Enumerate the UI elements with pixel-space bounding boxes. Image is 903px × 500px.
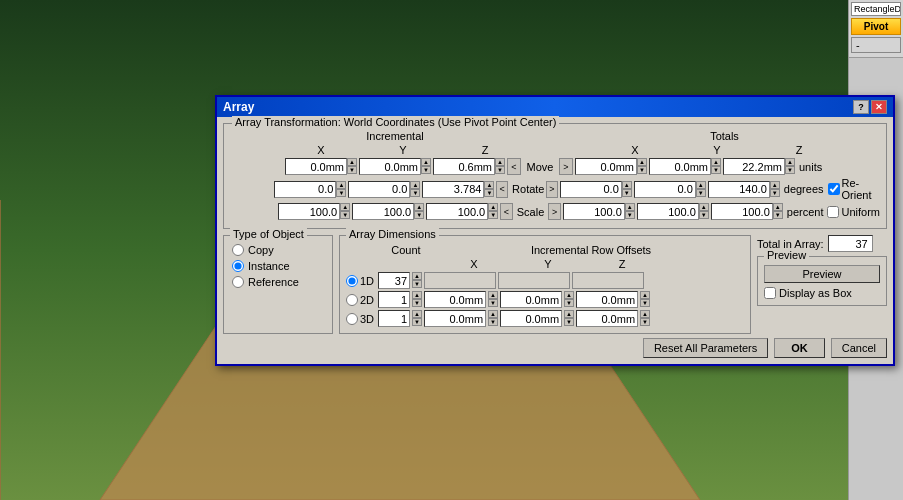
inc-move-z[interactable] (433, 158, 495, 175)
tot-scale-x-down[interactable]: ▼ (625, 211, 635, 219)
tot-rot-z-down[interactable]: ▼ (770, 189, 780, 197)
ok-button[interactable]: OK (774, 338, 825, 358)
tot-rot-y-down[interactable]: ▼ (696, 189, 706, 197)
inc-scale-x[interactable] (278, 203, 340, 220)
3d-x-up[interactable]: ▲ (488, 310, 498, 318)
2d-x-down[interactable]: ▼ (488, 299, 498, 307)
inc-rot-y-down[interactable]: ▼ (410, 189, 420, 197)
3d-count[interactable] (378, 310, 410, 327)
scale-arrow-right[interactable]: > (548, 203, 561, 220)
2d-x-up[interactable]: ▲ (488, 291, 498, 299)
tot-scale-y-up[interactable]: ▲ (699, 203, 709, 211)
inc-move-y[interactable] (359, 158, 421, 175)
inc-scale-y-up[interactable]: ▲ (414, 203, 424, 211)
inc-rot-y[interactable] (348, 181, 410, 198)
2d-count-down[interactable]: ▼ (412, 299, 422, 307)
3d-y[interactable] (500, 310, 562, 327)
tot-move-z[interactable] (723, 158, 785, 175)
instance-radio[interactable] (232, 260, 244, 272)
3d-count-down[interactable]: ▼ (412, 318, 422, 326)
inc-scale-z[interactable] (426, 203, 488, 220)
3d-y-up[interactable]: ▲ (564, 310, 574, 318)
3d-z-up[interactable]: ▲ (640, 310, 650, 318)
inc-scale-z-down[interactable]: ▼ (488, 211, 498, 219)
rotate-arrow-left[interactable]: < (496, 181, 508, 198)
total-in-array-value[interactable] (828, 235, 873, 252)
inc-rot-x[interactable] (274, 181, 336, 198)
2d-z[interactable] (576, 291, 638, 308)
inc-rot-x-up[interactable]: ▲ (336, 181, 346, 189)
tot-scale-x[interactable] (563, 203, 625, 220)
close-button[interactable]: ✕ (871, 100, 887, 114)
reorient-checkbox[interactable] (828, 183, 840, 195)
tot-move-y-up[interactable]: ▲ (711, 158, 721, 166)
cancel-button[interactable]: Cancel (831, 338, 887, 358)
2d-count[interactable] (378, 291, 410, 308)
inc-move-y-down[interactable]: ▼ (421, 166, 431, 174)
tot-rot-z[interactable] (708, 181, 770, 198)
inc-rot-x-down[interactable]: ▼ (336, 189, 346, 197)
tot-scale-y-down[interactable]: ▼ (699, 211, 709, 219)
tot-move-x[interactable] (575, 158, 637, 175)
1d-count[interactable] (378, 272, 410, 289)
tot-rot-x-up[interactable]: ▲ (622, 181, 632, 189)
copy-radio[interactable] (232, 244, 244, 256)
inc-scale-z-up[interactable]: ▲ (488, 203, 498, 211)
inc-scale-x-down[interactable]: ▼ (340, 211, 350, 219)
rotate-arrow-right[interactable]: > (546, 181, 558, 198)
2d-y-down[interactable]: ▼ (564, 299, 574, 307)
2d-count-up[interactable]: ▲ (412, 291, 422, 299)
display-as-box-checkbox[interactable] (764, 287, 776, 299)
3d-x[interactable] (424, 310, 486, 327)
tot-move-y-down[interactable]: ▼ (711, 166, 721, 174)
3d-z-down[interactable]: ▼ (640, 318, 650, 326)
move-arrow-left[interactable]: < (507, 158, 521, 175)
inc-move-x-up[interactable]: ▲ (347, 158, 357, 166)
move-arrow-right[interactable]: > (559, 158, 573, 175)
inc-rot-z[interactable] (422, 181, 484, 198)
tot-move-z-up[interactable]: ▲ (785, 158, 795, 166)
inc-move-z-up[interactable]: ▲ (495, 158, 505, 166)
tot-move-z-down[interactable]: ▼ (785, 166, 795, 174)
inc-scale-y-down[interactable]: ▼ (414, 211, 424, 219)
2d-z-down[interactable]: ▼ (640, 299, 650, 307)
reset-all-button[interactable]: Reset All Parameters (643, 338, 768, 358)
inc-move-z-down[interactable]: ▼ (495, 166, 505, 174)
2d-y[interactable] (500, 291, 562, 308)
pivot-button[interactable]: Pivot (851, 18, 901, 35)
2d-x[interactable] (424, 291, 486, 308)
tot-rot-z-up[interactable]: ▲ (770, 181, 780, 189)
scale-arrow-left[interactable]: < (500, 203, 513, 220)
inc-move-y-up[interactable]: ▲ (421, 158, 431, 166)
2d-radio[interactable] (346, 294, 358, 306)
1d-radio[interactable] (346, 275, 358, 287)
tot-scale-y[interactable] (637, 203, 699, 220)
inc-rot-z-up[interactable]: ▲ (484, 181, 494, 189)
3d-z[interactable] (576, 310, 638, 327)
inc-rot-y-up[interactable]: ▲ (410, 181, 420, 189)
tot-scale-x-up[interactable]: ▲ (625, 203, 635, 211)
3d-x-down[interactable]: ▼ (488, 318, 498, 326)
help-button[interactable]: ? (853, 100, 869, 114)
3d-count-up[interactable]: ▲ (412, 310, 422, 318)
preview-button[interactable]: Preview (764, 265, 880, 283)
inc-rot-z-down[interactable]: ▼ (484, 189, 494, 197)
3d-y-down[interactable]: ▼ (564, 318, 574, 326)
tot-scale-z-down[interactable]: ▼ (773, 211, 783, 219)
2d-y-up[interactable]: ▲ (564, 291, 574, 299)
3d-radio[interactable] (346, 313, 358, 325)
tot-rot-y-up[interactable]: ▲ (696, 181, 706, 189)
tot-rot-y[interactable] (634, 181, 696, 198)
tot-rot-x-down[interactable]: ▼ (622, 189, 632, 197)
tot-scale-z-up[interactable]: ▲ (773, 203, 783, 211)
1d-count-up[interactable]: ▲ (412, 272, 422, 280)
inc-scale-x-up[interactable]: ▲ (340, 203, 350, 211)
uniform-checkbox[interactable] (827, 206, 839, 218)
inc-scale-y[interactable] (352, 203, 414, 220)
2d-z-up[interactable]: ▲ (640, 291, 650, 299)
tot-rot-x[interactable] (560, 181, 622, 198)
tot-scale-z[interactable] (711, 203, 773, 220)
1d-count-down[interactable]: ▼ (412, 280, 422, 288)
tot-move-x-up[interactable]: ▲ (637, 158, 647, 166)
tot-move-x-down[interactable]: ▼ (637, 166, 647, 174)
